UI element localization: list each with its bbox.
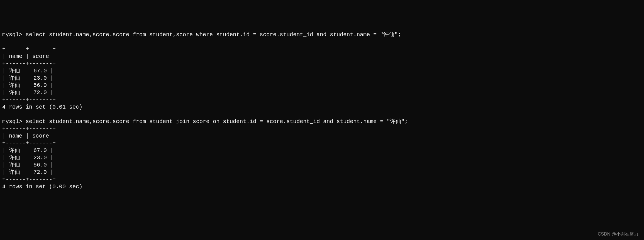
mysql-prompt-1: mysql> (2, 31, 26, 38)
table1-border-top: +------+-------+ (2, 46, 56, 52)
table1-border-mid: +------+-------+ (2, 60, 56, 67)
mysql-prompt-2: mysql> (2, 118, 26, 125)
table2-row: | 许仙 | 23.0 | (2, 155, 53, 161)
table2-row: | 许仙 | 72.0 | (2, 169, 53, 175)
table1-row: | 许仙 | 23.0 | (2, 75, 53, 81)
table1-row: | 许仙 | 56.0 | (2, 82, 53, 89)
table2-border-bottom: +------+-------+ (2, 176, 56, 183)
table1-row: | 许仙 | 67.0 | (2, 68, 53, 74)
table2-row: | 许仙 | 56.0 | (2, 162, 53, 168)
table1-border-bottom: +------+-------+ (2, 97, 56, 103)
table2-border-mid: +------+-------+ (2, 140, 56, 146)
result-status-2: 4 rows in set (0.00 sec) (2, 183, 82, 190)
table2-row: | 许仙 | 67.0 | (2, 147, 53, 154)
watermark: CSDN @小谢在努力 (598, 231, 638, 237)
terminal-output[interactable]: mysql> select student.name,score.score f… (2, 31, 642, 190)
sql-query-2: select student.name,score.score from stu… (26, 118, 408, 125)
table2-border-top: +------+-------+ (2, 126, 56, 132)
table1-header: | name | score | (2, 53, 56, 60)
table1-row: | 许仙 | 72.0 | (2, 89, 53, 96)
result-status-1: 4 rows in set (0.01 sec) (2, 104, 82, 110)
table2-header: | name | score | (2, 133, 56, 139)
sql-query-1: select student.name,score.score from stu… (26, 31, 401, 38)
